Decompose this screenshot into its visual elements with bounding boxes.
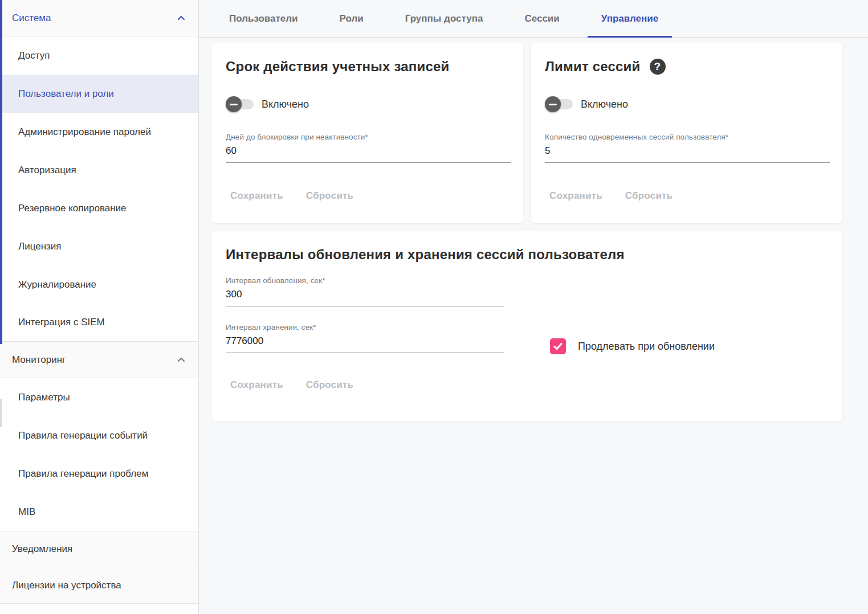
sidebar-section-system[interactable]: Система [0,0,198,36]
toggle-label: Включено [262,99,309,110]
card-title: Срок действия учетных записей [226,59,511,75]
sidebar-item-label: Параметры [18,392,70,403]
sidebar-item-parameters[interactable]: Параметры [0,378,198,416]
reset-button[interactable]: Сбросить [621,188,677,204]
field-label: Интервал хранения, сек* [226,323,504,331]
checkbox-checked[interactable] [550,338,566,354]
sidebar: Система Доступ Пользователи и роли Админ… [0,0,199,614]
storage-interval-input[interactable] [226,331,504,353]
toggle-thumb-minus-icon [226,96,242,112]
tab-label: Роли [340,13,364,24]
check-icon [553,341,563,351]
sidebar-item-problem-generation-rules[interactable]: Правила генерации проблем [0,455,198,493]
extend-on-refresh-checkbox-row[interactable]: Продлевать при обновлении [550,338,715,354]
refresh-interval-input[interactable] [226,285,504,306]
save-button[interactable]: Сохранить [226,188,288,204]
sidebar-item-label: Доступ [18,50,50,62]
sidebar-item-label: Пользователи и роли [18,88,114,100]
save-button[interactable]: Сохранить [226,377,288,393]
tab-roles[interactable]: Роли [326,0,377,37]
tab-management[interactable]: Управление [588,0,672,37]
field-label: Количество одновременных сессий пользова… [545,133,830,141]
field-label: Интервал обновления, сек* [226,276,504,285]
card-session-intervals: Интервалы обновления и хранения сессий п… [211,231,842,421]
sidebar-item-label: Администрирование паролей [18,126,151,138]
sidebar-item-event-generation-rules[interactable]: Правила генерации событий [0,416,198,455]
reset-button[interactable]: Сбросить [301,188,358,204]
main-area: Пользователи Роли Группы доступа Сессии … [199,0,868,614]
enabled-toggle[interactable] [226,96,254,112]
tab-users[interactable]: Пользователи [215,0,312,37]
card-account-expiry: Срок действия учетных записей Включено Д… [211,43,523,223]
toggle-thumb-minus-icon [545,96,561,112]
sidebar-section-label: Лицензии на устройства [12,580,121,591]
field-label: Дней до блокировки при неактивности* [226,133,511,141]
sidebar-item-label: Журналирование [18,279,96,290]
tab-label: Управление [601,13,658,24]
concurrent-sessions-input[interactable] [545,141,830,163]
sidebar-scrollbar-thumb[interactable] [0,399,2,427]
tab-label: Группы доступа [405,13,483,24]
sidebar-section-device-licenses[interactable]: Лицензии на устройства [0,567,198,604]
sidebar-item-access[interactable]: Доступ [0,36,198,75]
sidebar-section-monitoring[interactable]: Мониторинг [0,342,198,378]
sidebar-section-label: Уведомления [12,543,72,555]
chevron-up-icon [177,355,186,365]
reset-button[interactable]: Сбросить [301,377,358,393]
sidebar-item-label: Правила генерации событий [18,430,148,441]
active-section-accent-bar [0,0,2,344]
chevron-up-icon [177,14,186,23]
tab-access-groups[interactable]: Группы доступа [392,0,497,37]
sidebar-section-label: Система [12,13,51,24]
sidebar-item-backup[interactable]: Резервное копирование [0,189,198,227]
card-title: Лимит сессий ? [545,59,830,75]
enabled-toggle[interactable] [545,96,573,112]
sidebar-item-authorization[interactable]: Авторизация [0,151,198,189]
sidebar-item-siem-integration[interactable]: Интеграция с SIEM [0,304,198,342]
sidebar-item-label: Лицензия [18,241,62,252]
card-session-limit: Лимит сессий ? Включено Количество однов… [531,43,842,223]
checkbox-label: Продлевать при обновлении [578,341,715,353]
app-root: Система Доступ Пользователи и роли Админ… [0,0,868,614]
tab-strip: Пользователи Роли Группы доступа Сессии … [199,0,868,38]
sidebar-item-label: Интеграция с SIEM [18,317,105,328]
tab-content: Срок действия учетных записей Включено Д… [199,38,868,421]
sidebar-item-license[interactable]: Лицензия [0,227,198,265]
tab-label: Пользователи [229,13,298,24]
sidebar-section-label: Мониторинг [12,354,66,366]
sidebar-item-mib[interactable]: MIB [0,493,198,531]
help-icon[interactable]: ? [650,59,666,75]
tab-label: Сессии [524,13,559,24]
days-to-block-input[interactable] [226,141,511,163]
sidebar-item-users-and-roles[interactable]: Пользователи и роли [0,75,198,113]
sidebar-item-label: Резервное копирование [18,203,127,214]
tab-sessions[interactable]: Сессии [511,0,573,37]
sidebar-item-label: MIB [18,506,35,518]
sidebar-item-password-administration[interactable]: Администрирование паролей [0,113,198,151]
card-title: Интервалы обновления и хранения сессий п… [226,247,830,263]
sidebar-item-label: Правила генерации проблем [18,468,148,480]
sidebar-item-label: Авторизация [18,165,76,176]
toggle-label: Включено [581,99,628,110]
sidebar-section-notifications[interactable]: Уведомления [0,531,198,567]
save-button[interactable]: Сохранить [545,188,607,204]
sidebar-item-logging[interactable]: Журналирование [0,265,198,304]
card-title-text: Лимит сессий [545,59,641,75]
